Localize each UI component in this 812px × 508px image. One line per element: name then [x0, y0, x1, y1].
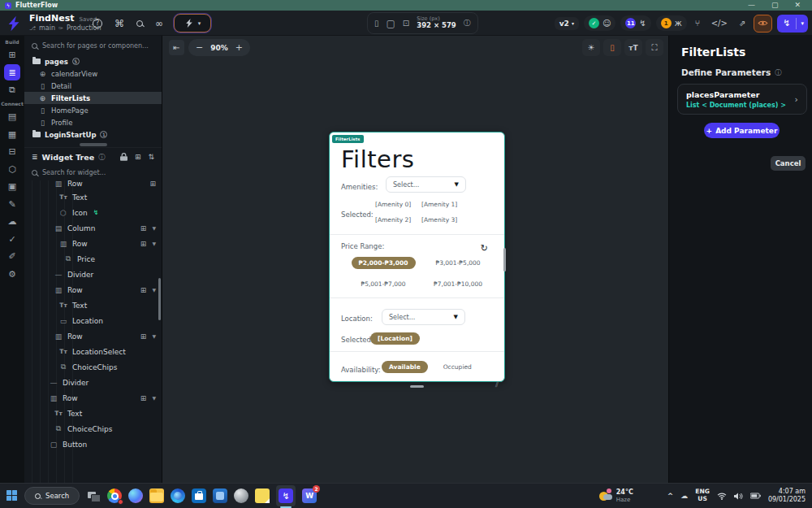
tree-item-Divider[interactable]: —Divider — [24, 375, 162, 390]
amenities-dropdown[interactable]: Select... ▼ — [386, 176, 466, 193]
price-chip[interactable]: ₱7,001-₱10,000 — [426, 278, 490, 290]
rail-item-integrations[interactable]: ⬡ — [4, 161, 20, 177]
frame-resize-handle[interactable]: ⫽ — [495, 380, 499, 389]
availability-chip[interactable]: Available — [382, 361, 428, 373]
badged-app-icon[interactable]: W2 — [302, 488, 317, 503]
tree-sort-icon[interactable]: ⇅ — [148, 153, 154, 161]
location-dropdown[interactable]: Select... ▼ — [382, 309, 465, 325]
rail-item-widget-tree[interactable]: ≣ — [4, 64, 20, 80]
page-name-tag[interactable]: FilterLists — [332, 135, 364, 143]
tree-item-Button[interactable]: ▢Button — [24, 436, 162, 452]
tree-item-Divider[interactable]: —Divider — [24, 267, 162, 282]
location-chip[interactable]: [Location] — [370, 332, 420, 345]
wifi-icon[interactable] — [717, 493, 727, 500]
phone-preview-frame[interactable]: FilterLists Filters Amenities: Select...… — [329, 132, 505, 382]
command-palette-icon[interactable]: ⌘ — [114, 18, 124, 29]
tree-item-Price[interactable]: ⧉Price — [24, 251, 162, 267]
lock-icon[interactable] — [120, 153, 127, 161]
add-child-icon[interactable]: ⊞ — [140, 224, 147, 232]
panel-scrollbar[interactable] — [158, 278, 161, 320]
project-name[interactable]: FindNest — [29, 13, 74, 24]
zoom-in-button[interactable]: + — [235, 42, 243, 53]
battery-icon[interactable] — [750, 493, 761, 499]
page-item-pages[interactable]: pages5 — [24, 55, 162, 67]
comments-badge[interactable]: 11 — [625, 18, 636, 28]
collapse-chevron-icon[interactable]: ▼ — [152, 333, 156, 339]
availability-chip[interactable]: Occupied — [436, 361, 479, 373]
tree-item-Row[interactable]: ▥Row⊞▼ — [24, 282, 162, 297]
actions-flash-icon[interactable]: ↯ — [639, 19, 646, 28]
tablet-device-icon[interactable]: ▢ — [387, 18, 395, 29]
version-selector[interactable]: v2 ▾ — [555, 17, 579, 30]
weather-widget[interactable]: 24°C Haze — [599, 488, 633, 503]
rail-item-theme[interactable]: ✐ — [4, 249, 20, 265]
tree-item-ChoiceChips[interactable]: ⧉ChoiceChips — [24, 421, 162, 436]
parameter-card[interactable]: placesParameter List < Document (places)… — [677, 84, 807, 115]
branch-name[interactable]: main — [39, 24, 55, 33]
add-child-icon[interactable]: ⊞ — [149, 180, 156, 188]
language-switcher[interactable]: ENG US — [695, 488, 710, 502]
page-item-HomePage[interactable]: ▯HomePage — [24, 104, 162, 116]
panel-resize-handle[interactable] — [24, 141, 162, 148]
cancel-button[interactable]: Cancel — [771, 156, 806, 171]
page-item-Detail[interactable]: ▯Detail — [24, 80, 162, 92]
issues-badge[interactable]: 1 — [661, 18, 672, 28]
price-chip[interactable]: ₱2,000-₱3,000 — [352, 257, 416, 269]
volume-icon[interactable] — [734, 493, 743, 500]
tree-item-Row[interactable]: ▥Row⊞▼ — [24, 328, 162, 344]
sticky-notes-icon[interactable] — [255, 488, 270, 503]
editor-mode-selector[interactable]: ▾ — [174, 14, 211, 33]
open-external-icon[interactable]: ⇗ — [736, 16, 749, 30]
add-child-icon[interactable]: ⊞ — [140, 240, 147, 248]
page-item-Profile[interactable]: ▯Profile — [24, 116, 162, 128]
info-icon[interactable]: ⓘ — [775, 68, 781, 77]
code-view-icon[interactable]: </> — [708, 16, 731, 30]
tree-item-Icon[interactable]: ⬡Icon↯ — [24, 205, 162, 220]
blue-app-icon[interactable] — [213, 488, 227, 503]
rail-item-localization[interactable]: ✎ — [4, 196, 20, 212]
add-child-icon[interactable]: ⊞ — [140, 394, 147, 402]
rail-item-automations[interactable]: ✓ — [4, 231, 20, 247]
tree-item-Text[interactable]: TтText — [24, 297, 162, 313]
sphere-app-icon[interactable] — [234, 488, 248, 503]
bug-icon[interactable]: ж — [675, 19, 682, 28]
search-icon[interactable] — [136, 20, 143, 27]
desktop-device-icon[interactable]: ⊡ — [403, 19, 409, 28]
task-view-icon[interactable] — [86, 488, 101, 503]
price-chip[interactable]: ₱5,001-₱7,000 — [353, 278, 412, 290]
rail-item-media-assets[interactable]: ▣ — [4, 179, 20, 195]
help-icon[interactable]: ? — [93, 19, 102, 28]
price-chip[interactable]: ₱3,001-₱5,000 — [428, 257, 487, 269]
maximize-button[interactable]: ▢ — [771, 0, 779, 11]
tree-item-Location[interactable]: ▭Location — [24, 313, 162, 328]
light-mode-icon[interactable]: ☀ — [582, 39, 600, 56]
page-item-LoginStartUp[interactable]: LoginStartUp1 — [24, 128, 162, 141]
collapse-chevron-icon[interactable]: ▼ — [152, 287, 156, 293]
add-child-icon[interactable]: ⊞ — [140, 286, 147, 294]
phone-device-icon[interactable]: ▯ — [374, 19, 379, 28]
tree-item-LocationSelect[interactable]: TтLocationSelect — [24, 344, 162, 359]
clock-widget[interactable]: 4:07 am 09/01/2025 — [768, 488, 806, 504]
frame-select-icon[interactable]: ⛶ — [646, 39, 663, 56]
text-scale-icon[interactable]: тT — [624, 39, 642, 56]
tree-item-Row[interactable]: ▥Row⊞ — [24, 180, 162, 189]
rail-item-add-page[interactable]: ⊞ — [4, 47, 20, 63]
size-value[interactable]: 392 × 579 — [417, 22, 456, 30]
rail-item-components[interactable]: ⧉ — [4, 82, 20, 98]
add-parameter-button[interactable]: + Add Parameter — [704, 123, 780, 138]
taskbar-search[interactable]: Search — [24, 487, 80, 505]
collapse-chevron-icon[interactable]: ▼ — [152, 395, 156, 401]
run-button[interactable]: ↯ ▾ — [777, 15, 808, 33]
rail-item-database[interactable]: ▤ — [4, 109, 20, 125]
flutterflow-taskbar-active[interactable]: ↯ — [276, 485, 296, 506]
add-child-icon[interactable]: ⊞ — [140, 332, 147, 341]
widget-search-input[interactable]: Search for widget... — [24, 166, 162, 180]
zoom-out-button[interactable]: − — [196, 42, 203, 53]
reset-filters-icon[interactable]: ↻ — [481, 243, 488, 254]
page-search-input[interactable]: Search for pages or componen... — [24, 39, 162, 53]
microsoft-store-icon[interactable] — [192, 488, 206, 503]
checks-passed-badge[interactable]: ✓ — [589, 18, 599, 28]
page-item-FilterLists[interactable]: ⊕FilterLists — [24, 92, 162, 104]
design-canvas[interactable]: ⇤ − 90% + ☀ ▯ тT ⛶ FilterLists Filters A… — [162, 36, 668, 483]
rail-item-settings[interactable]: ⚙ — [4, 266, 20, 282]
